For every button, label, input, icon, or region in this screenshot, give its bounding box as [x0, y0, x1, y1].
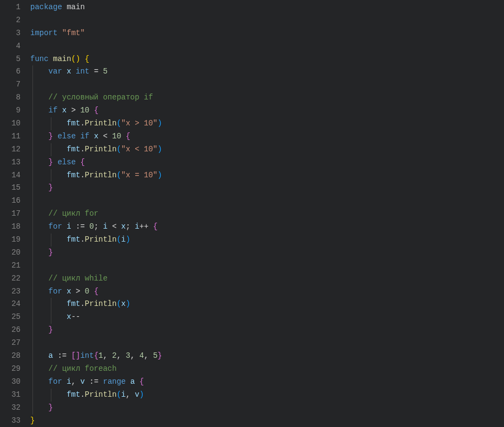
line-number: 4 — [0, 40, 21, 53]
code-line[interactable]: import "fmt" — [30, 27, 504, 40]
string-literal: "x < 10" — [121, 145, 157, 154]
comment: // цикл foreach — [49, 364, 117, 373]
code-line[interactable]: a := []int{1, 2, 3, 4, 5} — [30, 350, 504, 363]
brace: } — [30, 416, 35, 425]
code-line[interactable]: func main() { — [30, 53, 504, 66]
line-number: 24 — [0, 298, 21, 311]
code-line[interactable]: var x int = 5 — [30, 65, 504, 78]
indent-guide — [32, 363, 33, 376]
indent-guide — [32, 195, 33, 208]
number: 3 — [126, 351, 130, 360]
code-line[interactable]: // цикл foreach — [30, 363, 504, 376]
code-line[interactable]: // цикл for — [30, 208, 504, 221]
line-number: 13 — [0, 156, 21, 169]
code-line[interactable] — [30, 78, 504, 91]
code-line[interactable]: } — [30, 182, 504, 195]
indent-guide — [32, 117, 33, 130]
code-line[interactable]: fmt.Println(i) — [30, 233, 504, 246]
code-line[interactable]: x-- — [30, 311, 504, 324]
variable: v — [80, 377, 84, 386]
line-number: 33 — [0, 415, 21, 428]
brace: } — [49, 183, 53, 192]
line-number: 5 — [0, 53, 21, 66]
indent-guide — [32, 324, 33, 337]
line-number: 28 — [0, 350, 21, 363]
brace: { — [94, 106, 98, 115]
code-line[interactable]: fmt.Println(i, v) — [30, 389, 504, 402]
number: 2 — [112, 351, 116, 360]
paren: ( — [117, 119, 121, 128]
number: 4 — [140, 351, 144, 360]
indent-guide — [32, 182, 33, 195]
comment: // цикл for — [49, 209, 98, 218]
dot: . — [80, 145, 84, 154]
code-line[interactable]: package main — [30, 1, 504, 14]
dot: . — [80, 171, 84, 179]
code-area[interactable]: package main import "fmt" func main() { … — [30, 0, 504, 427]
comment: // цикл while — [49, 274, 108, 283]
function-call: Println — [85, 145, 117, 154]
indent-guide — [32, 221, 33, 233]
brace: } — [157, 351, 162, 360]
comma: , — [103, 351, 112, 360]
paren: ( — [117, 171, 121, 179]
code-line[interactable] — [30, 40, 504, 53]
code-line[interactable]: } — [30, 246, 504, 259]
operator: > — [71, 106, 76, 115]
line-number: 31 — [0, 389, 21, 402]
operator: < — [112, 222, 116, 231]
indent-guide — [32, 311, 33, 324]
code-line[interactable] — [30, 195, 504, 208]
code-line[interactable]: for x > 0 { — [30, 285, 504, 298]
line-number: 21 — [0, 259, 21, 272]
code-line[interactable]: // цикл while — [30, 272, 504, 285]
indent-guide — [32, 78, 33, 91]
indent-guide — [51, 143, 51, 156]
keyword: func — [30, 55, 49, 63]
code-line[interactable]: for i, v := range a { — [30, 376, 504, 389]
code-line[interactable]: fmt.Println(x) — [30, 298, 504, 311]
code-line[interactable]: } — [30, 324, 504, 337]
function-call: Println — [85, 119, 117, 128]
brace: } — [49, 325, 53, 334]
line-number: 22 — [0, 272, 21, 285]
dot: . — [80, 235, 84, 244]
string-literal: "fmt" — [62, 29, 85, 37]
line-number: 26 — [0, 324, 21, 337]
operator: := — [57, 351, 67, 360]
code-line[interactable]: fmt.Println("x < 10") — [30, 143, 504, 156]
code-line[interactable]: } — [30, 402, 504, 415]
code-line[interactable] — [30, 337, 504, 350]
variable: x — [121, 222, 125, 231]
code-editor[interactable]: 1 2 3 4 5 6 7 8 9 10 11 12 13 14 15 16 1… — [0, 0, 504, 427]
package-ref: fmt — [67, 119, 80, 128]
code-line[interactable] — [30, 259, 504, 272]
code-line[interactable]: } else { — [30, 156, 504, 169]
line-number: 27 — [0, 337, 21, 350]
brace: { — [85, 55, 89, 63]
code-line[interactable]: fmt.Println("x = 10") — [30, 169, 504, 182]
comma: , — [71, 377, 81, 386]
keyword: for — [49, 377, 62, 386]
code-line[interactable]: // условный оператор if — [30, 91, 504, 104]
brace: } — [49, 158, 53, 166]
paren: () — [71, 55, 81, 63]
variable: i — [103, 222, 107, 231]
code-line[interactable]: } — [30, 415, 504, 428]
line-number: 29 — [0, 363, 21, 376]
paren: ) — [125, 235, 130, 244]
code-line[interactable]: fmt.Println("x > 10") — [30, 117, 504, 130]
indent-guide — [32, 91, 33, 104]
code-line[interactable]: for i := 0; i < x; i++ { — [30, 221, 504, 233]
brace: { — [153, 222, 157, 231]
brace: } — [49, 403, 53, 412]
line-number: 10 — [0, 117, 21, 130]
line-number: 15 — [0, 182, 21, 195]
code-line[interactable] — [30, 14, 504, 27]
variable: a — [130, 377, 135, 386]
code-line[interactable]: } else if x < 10 { — [30, 130, 504, 143]
indent-guide — [51, 311, 51, 324]
line-number: 18 — [0, 221, 21, 233]
line-number: 32 — [0, 402, 21, 415]
code-line[interactable]: if x > 10 { — [30, 104, 504, 117]
